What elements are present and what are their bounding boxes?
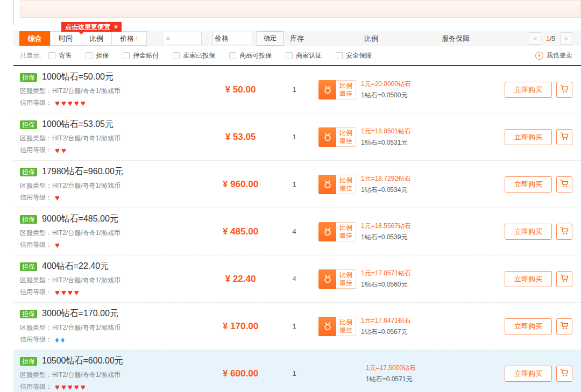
price-min-input[interactable]: [162, 32, 202, 45]
server-type: 区服类型：HIT2/台服/奇奇1/游戏币: [20, 87, 211, 96]
guarantee-badge: 担保: [20, 262, 37, 271]
listing-title[interactable]: 1000钻石=50.00元: [42, 72, 114, 83]
guarantee-badge: 担保: [20, 120, 37, 129]
heart-icons: ♥: [55, 241, 61, 249]
add-to-cart-button[interactable]: [556, 271, 572, 287]
listing-title[interactable]: 9000钻石=485.00元: [42, 213, 118, 225]
checkbox[interactable]: [123, 52, 130, 59]
listing-row-highlighted[interactable]: 担保10500钻石=600.00元 区服类型：HIT2/台服/奇奇1/游戏币 信…: [13, 350, 581, 392]
add-to-cart-button[interactable]: [556, 129, 572, 145]
server-type-label: 区服类型：: [20, 182, 52, 189]
add-to-cart-button[interactable]: [556, 224, 572, 240]
ratio-per-yuan: 1元=18.8501钻石: [361, 127, 411, 136]
filter-merchant-certified[interactable]: 商家认证: [286, 51, 322, 60]
best-line2: 最佳: [339, 326, 352, 334]
filter-deposit-compensation[interactable]: 押金赔付: [123, 51, 159, 60]
server-type: 区服类型：HIT2/台服/奇奇1/游戏币: [20, 370, 211, 380]
filter-consignment[interactable]: 寄售: [48, 51, 72, 60]
listing-row[interactable]: 担保400钻石=22.40元 区服类型：HIT2/台服/奇奇1/游戏币 信用等级…: [13, 255, 581, 303]
listing-title[interactable]: 400钻石=22.40元: [42, 261, 109, 272]
diamond-icons: ♦♦: [55, 336, 66, 344]
sort-toolbar: 综合 时间 比例 价格↑ - 确定 价格 库存 比例 服务保障 < 1/5 >: [13, 31, 581, 46]
filter-safety-guarantee[interactable]: 安全保障: [336, 51, 372, 60]
filter-guarantee[interactable]: 担保: [86, 51, 109, 60]
server-type-label: 区服类型：: [20, 324, 52, 331]
checkbox[interactable]: [86, 52, 93, 59]
checkbox[interactable]: [336, 52, 343, 59]
heart-icons: ♥♥: [55, 146, 68, 154]
best-line2: 最佳: [339, 137, 352, 145]
add-to-cart-button[interactable]: [556, 366, 572, 382]
sort-tab-ratio[interactable]: 比例: [81, 31, 112, 46]
price-per-diamond: 1钻石=0.0534元: [361, 186, 411, 195]
sort-tab-comprehensive[interactable]: 综合: [19, 31, 51, 46]
cart-icon: [560, 84, 569, 95]
listing-row[interactable]: 担保9000钻石=485.00元 区服类型：HIT2/台服/奇奇1/游戏币 信用…: [13, 208, 581, 255]
confirm-button[interactable]: 确定: [257, 31, 284, 46]
listing-title[interactable]: 17980钻石=960.00元: [42, 166, 123, 177]
filter-label: 只显示:: [20, 51, 41, 60]
listing-title[interactable]: 10500钻石=600.00元: [42, 355, 123, 367]
credit-rating: 信用等级：♥♥: [20, 146, 211, 155]
add-to-cart-button[interactable]: [556, 318, 572, 334]
listing-row[interactable]: 担保17980钻石=960.00元 区服类型：HIT2/台服/奇奇1/游戏币 信…: [13, 161, 581, 208]
listing-row[interactable]: 担保3000钻石=170.00元 区服类型：HIT2/台服/奇奇1/游戏币 信用…: [13, 303, 581, 350]
add-to-cart-button[interactable]: [556, 82, 572, 98]
server-type: 区服类型：HIT2/台服/奇奇1/游戏币: [20, 323, 211, 332]
heart-icons: ♥♥♥♥♥: [55, 99, 87, 107]
checkbox[interactable]: [48, 52, 55, 59]
best-line2: 最佳: [339, 90, 352, 98]
buy-now-button[interactable]: 立即购买: [505, 366, 552, 382]
guarantee-badge: 担保: [20, 73, 37, 82]
filter-bar: 只显示: 寄售 担保 押金赔付 卖家已投保 商品可投保 商家认证 安全保障 +我…: [13, 46, 581, 66]
filter-option-label: 押金赔付: [133, 51, 159, 60]
sell-too-link[interactable]: +我也要卖: [535, 51, 572, 60]
buy-now-button[interactable]: 立即购买: [505, 271, 552, 287]
ratio-per-yuan: 1元=20.0000钻石: [361, 80, 411, 89]
listing-ratio: 比例最佳 1元=18.5567钻石1钻石=0.0539元: [318, 222, 480, 242]
listing-actions: 立即购买: [480, 318, 572, 334]
listing-title[interactable]: 1000钻石=53.05元: [42, 119, 114, 130]
filter-item-insurable[interactable]: 商品可投保: [229, 51, 272, 60]
add-to-cart-button[interactable]: [556, 176, 572, 193]
tooltip-text: 点击这里更便宜: [65, 23, 110, 31]
sort-tab-time[interactable]: 时间: [50, 31, 81, 46]
listing-ratio: 比例最佳 1元=17.8571钻石1钻石=0.0560元: [318, 269, 480, 289]
listing-row[interactable]: 担保1000钻石=53.05元 区服类型：HIT2/台服/奇奇1/游戏币 信用等…: [13, 113, 581, 161]
filter-option-label: 安全保障: [346, 51, 372, 60]
buy-now-button[interactable]: 立即购买: [505, 224, 552, 240]
listing-info: 担保3000钻石=170.00元 区服类型：HIT2/台服/奇奇1/游戏币 信用…: [20, 308, 211, 344]
close-icon[interactable]: ×: [114, 23, 118, 31]
sell-too-label: 我也要卖: [547, 51, 572, 60]
checkbox[interactable]: [173, 52, 180, 59]
listing-actions: 立即购买: [480, 271, 572, 287]
buy-now-button[interactable]: 立即购买: [505, 82, 552, 98]
heart-icons: ♥: [55, 194, 61, 202]
buy-now-button[interactable]: 立即购买: [505, 318, 552, 334]
buy-now-button[interactable]: 立即购买: [505, 176, 552, 193]
medal-icon: [318, 80, 336, 99]
checkbox[interactable]: [286, 52, 293, 59]
server-type-value: HIT2/台服/奇奇1/游戏币: [52, 87, 121, 95]
page-indicator: 1/5: [546, 35, 555, 42]
filter-option-label: 寄售: [59, 51, 72, 60]
credit-label: 信用等级：: [20, 382, 52, 391]
checkbox[interactable]: [229, 52, 236, 59]
credit-label: 信用等级：: [20, 193, 52, 202]
medal-icon: [318, 317, 336, 336]
listing-ratio: 比例最佳 1元=18.7292钻石1钻石=0.0534元: [318, 174, 480, 195]
buy-now-button[interactable]: 立即购买: [505, 129, 552, 145]
best-line1: 比例: [339, 318, 352, 326]
listing-stock: 1: [270, 322, 318, 330]
next-page-button[interactable]: >: [560, 32, 572, 45]
price-per-diamond: 1钻石=0.0560元: [361, 280, 411, 289]
pagination: < 1/5 >: [529, 32, 572, 45]
sort-tab-price[interactable]: 价格↑: [111, 31, 147, 46]
listing-title[interactable]: 3000钻石=170.00元: [42, 308, 118, 319]
price-per-diamond: 1钻石=0.0531元: [361, 138, 411, 147]
promo-tooltip[interactable]: 点击这里更便宜 ×: [61, 22, 122, 32]
filter-seller-insured[interactable]: 卖家已投保: [173, 51, 215, 60]
listing-row[interactable]: 担保1000钻石=50.00元 区服类型：HIT2/台服/奇奇1/游戏币 信用等…: [13, 66, 581, 113]
page: 点击这里更便宜 × 综合 时间 比例 价格↑ - 确定 价格 库存 比例 服务保…: [0, 0, 581, 392]
prev-page-button[interactable]: <: [529, 32, 541, 45]
